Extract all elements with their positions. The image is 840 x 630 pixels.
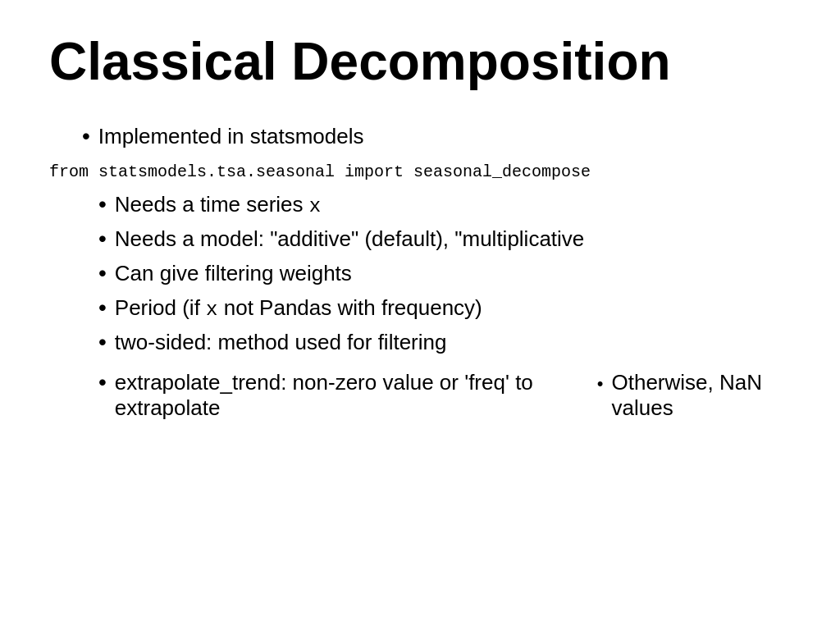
main-bullet-list: Needs a time series x Needs a model: "ad… (98, 191, 791, 429)
top-bullet-text: Implemented in statsmodels (98, 124, 364, 149)
top-bullet-statsmodels: Implemented in statsmodels (82, 123, 791, 149)
bullet-model: Needs a model: "additive" (default), "mu… (98, 226, 791, 252)
bullet-extrapolate-trend: extrapolate_trend: non-zero value or 'fr… (98, 363, 791, 429)
bullet-period: Period (if x not Pandas with frequency) (98, 294, 791, 321)
slide-title: Classical Decomposition (49, 33, 791, 90)
bullet-time-series: Needs a time series x (98, 191, 791, 217)
bullet-text: Can give filtering weights (115, 261, 352, 286)
bullet-text: Needs a model: "additive" (default), "mu… (115, 226, 585, 252)
bullet-text: Period (if x not Pandas with frequency) (115, 295, 482, 321)
bullet-text: Needs a time series x (115, 192, 321, 217)
sub-bullet-list: Otherwise, NaN values (597, 370, 791, 429)
bullet-text: extrapolate_trend: non-zero value or 'fr… (115, 370, 556, 421)
inline-code-x2: x (206, 299, 217, 321)
inline-code-x: x (309, 195, 321, 217)
bullet-text: two-sided: method used for filtering (115, 330, 447, 355)
sub-bullet-nan: Otherwise, NaN values (597, 370, 791, 421)
bullet-filtering-weights: Can give filtering weights (98, 260, 791, 286)
bullet-two-sided: two-sided: method used for filtering (98, 329, 791, 355)
code-import-line: from statsmodels.tsa.seasonal import sea… (49, 162, 791, 181)
sub-bullet-text: Otherwise, NaN values (611, 370, 791, 421)
